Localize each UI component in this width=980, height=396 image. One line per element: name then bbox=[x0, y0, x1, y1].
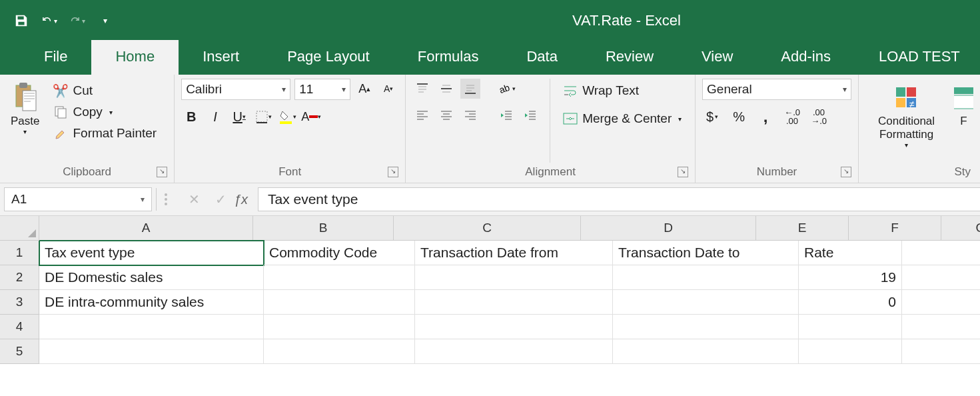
row-header[interactable]: 5 bbox=[0, 339, 39, 364]
conditional-formatting-button[interactable]: ≠ Conditional Formatting ▾ bbox=[865, 79, 947, 151]
percent-button[interactable]: % bbox=[729, 107, 749, 127]
select-all-corner[interactable] bbox=[0, 216, 39, 241]
cell[interactable] bbox=[799, 315, 902, 339]
save-icon[interactable] bbox=[13, 13, 29, 29]
cell-a1[interactable]: Tax event type bbox=[39, 241, 264, 265]
align-left-icon[interactable] bbox=[412, 105, 432, 125]
decrease-indent-icon[interactable] bbox=[496, 105, 516, 125]
font-dialog-launcher[interactable]: ↘ bbox=[388, 167, 398, 177]
cell[interactable] bbox=[613, 339, 799, 364]
tab-formulas[interactable]: Formulas bbox=[394, 40, 503, 75]
border-button[interactable]: ▾ bbox=[253, 107, 273, 127]
name-box[interactable]: A1▾ bbox=[4, 187, 152, 211]
formula-bar: A1▾ ✕ ✓ ƒx Tax event type bbox=[0, 183, 980, 216]
svg-rect-7 bbox=[280, 121, 292, 124]
increase-decimal-icon[interactable]: ←.0.00 bbox=[782, 107, 802, 127]
cell[interactable] bbox=[799, 339, 902, 364]
fill-color-button[interactable]: ▾ bbox=[277, 107, 297, 127]
cell[interactable] bbox=[902, 241, 980, 265]
tab-data[interactable]: Data bbox=[502, 40, 581, 75]
col-header[interactable]: D bbox=[581, 216, 756, 241]
font-size-select[interactable]: 11▾ bbox=[294, 79, 350, 100]
cell[interactable] bbox=[613, 265, 799, 290]
col-header[interactable]: A bbox=[39, 216, 253, 241]
row-header[interactable]: 1 bbox=[0, 241, 39, 265]
col-header[interactable]: F bbox=[849, 216, 941, 241]
cell[interactable]: Transaction Date to bbox=[613, 241, 799, 265]
col-header[interactable]: E bbox=[756, 216, 849, 241]
col-header[interactable]: C bbox=[394, 216, 581, 241]
cell[interactable] bbox=[39, 339, 264, 364]
font-color-button[interactable]: A▾ bbox=[301, 107, 321, 127]
copy-button[interactable]: Copy▾ bbox=[50, 103, 159, 121]
cell[interactable]: DE intra-community sales bbox=[39, 290, 264, 315]
font-name-select[interactable]: Calibri▾ bbox=[181, 79, 290, 100]
title-bar: ▾ ▾ ▾ VAT.Rate - Excel bbox=[0, 0, 980, 41]
increase-font-icon[interactable]: A▴ bbox=[354, 79, 374, 99]
format-table-button[interactable]: F bbox=[954, 79, 973, 131]
number-format-select[interactable]: General▾ bbox=[702, 79, 851, 100]
wrap-text-button[interactable]: Wrap Text bbox=[560, 81, 684, 100]
align-right-icon[interactable] bbox=[460, 105, 480, 125]
cell[interactable] bbox=[264, 339, 415, 364]
cell[interactable]: Commodity Code bbox=[264, 241, 415, 265]
row-header[interactable]: 2 bbox=[0, 265, 39, 290]
formula-input[interactable]: Tax event type bbox=[258, 187, 980, 211]
cell[interactable]: 19 bbox=[799, 265, 902, 290]
customize-qat-icon[interactable]: ▾ bbox=[97, 13, 113, 29]
underline-button[interactable]: U▾ bbox=[229, 107, 249, 127]
orientation-icon[interactable]: ab▾ bbox=[496, 79, 516, 99]
merge-center-button[interactable]: Merge & Center▾ bbox=[560, 109, 684, 128]
align-center-icon[interactable] bbox=[436, 105, 456, 125]
row-header[interactable]: 3 bbox=[0, 290, 39, 315]
cell[interactable] bbox=[613, 290, 799, 315]
cell[interactable] bbox=[264, 265, 415, 290]
tab-home[interactable]: Home bbox=[91, 40, 179, 75]
undo-icon[interactable]: ▾ bbox=[41, 13, 57, 29]
cut-button[interactable]: ✂️Cut bbox=[50, 81, 159, 100]
cell[interactable] bbox=[415, 290, 613, 315]
cell[interactable]: 0 bbox=[799, 290, 902, 315]
decrease-decimal-icon[interactable]: .00→.0 bbox=[809, 107, 829, 127]
cell[interactable] bbox=[415, 339, 613, 364]
clipboard-dialog-launcher[interactable]: ↘ bbox=[157, 167, 167, 177]
paste-button[interactable]: Paste ▾ bbox=[7, 79, 43, 138]
format-painter-button[interactable]: Format Painter bbox=[50, 124, 159, 143]
tab-page-layout[interactable]: Page Layout bbox=[263, 40, 394, 75]
cell[interactable] bbox=[415, 315, 613, 339]
cell[interactable] bbox=[264, 290, 415, 315]
alignment-dialog-launcher[interactable]: ↘ bbox=[678, 167, 688, 177]
cell[interactable] bbox=[902, 339, 980, 364]
cell[interactable]: Transaction Date from bbox=[415, 241, 613, 265]
cell[interactable] bbox=[39, 315, 264, 339]
comma-button[interactable]: , bbox=[755, 107, 775, 127]
tab-review[interactable]: Review bbox=[582, 40, 678, 75]
tab-view[interactable]: View bbox=[678, 40, 757, 75]
accounting-format-button[interactable]: $▾ bbox=[702, 107, 722, 127]
row-header[interactable]: 4 bbox=[0, 315, 39, 339]
italic-button[interactable]: I bbox=[205, 107, 225, 127]
cell[interactable] bbox=[264, 315, 415, 339]
tab-file[interactable]: File bbox=[20, 40, 91, 75]
window-title: VAT.Rate - Excel bbox=[286, 12, 967, 29]
fx-icon[interactable]: ƒx bbox=[234, 192, 258, 207]
cell[interactable]: DE Domestic sales bbox=[39, 265, 264, 290]
col-header[interactable]: B bbox=[253, 216, 394, 241]
cell[interactable] bbox=[902, 265, 980, 290]
decrease-font-icon[interactable]: A▾ bbox=[378, 79, 398, 99]
number-dialog-launcher[interactable]: ↘ bbox=[841, 167, 851, 177]
col-header[interactable]: G bbox=[941, 216, 980, 241]
tab-loadtest[interactable]: LOAD TEST bbox=[855, 40, 980, 75]
cell[interactable] bbox=[613, 315, 799, 339]
align-top-icon[interactable] bbox=[412, 79, 432, 99]
increase-indent-icon[interactable] bbox=[520, 105, 540, 125]
tab-addins[interactable]: Add-ins bbox=[757, 40, 855, 75]
cell[interactable] bbox=[902, 315, 980, 339]
tab-insert[interactable]: Insert bbox=[179, 40, 263, 75]
cell[interactable] bbox=[902, 290, 980, 315]
bold-button[interactable]: B bbox=[181, 107, 201, 127]
cell[interactable] bbox=[415, 265, 613, 290]
align-bottom-icon[interactable] bbox=[460, 79, 480, 99]
align-middle-icon[interactable] bbox=[436, 79, 456, 99]
cell[interactable]: Rate bbox=[799, 241, 902, 265]
